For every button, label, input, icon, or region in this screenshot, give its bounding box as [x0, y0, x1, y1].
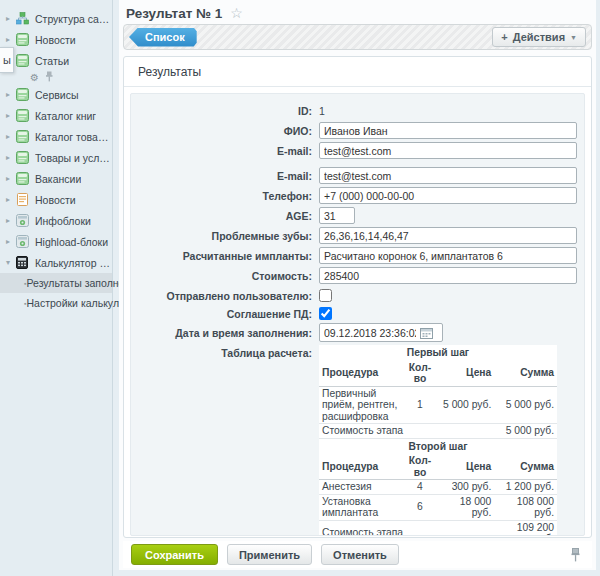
datetime-input[interactable] — [320, 325, 420, 340]
table-row: Анестезия4300 руб.1 200 руб. — [319, 480, 557, 495]
triangle-collapsed-icon[interactable]: ▸ — [6, 237, 16, 246]
field-label-cost: Стоимость: — [131, 270, 319, 282]
sidebar-item-label: Вакансии — [35, 173, 81, 185]
gear-icon[interactable]: ⚙ — [30, 72, 39, 83]
field-label-email1: E-mail: — [131, 145, 319, 157]
cost-input[interactable] — [319, 267, 577, 284]
datetime-field — [319, 323, 443, 342]
problem-teeth-input[interactable] — [319, 227, 577, 244]
sidebar-flyout-text: ы — [3, 54, 11, 66]
triangle-collapsed-icon[interactable]: ▸ — [6, 111, 16, 120]
chevron-down-icon: ▼ — [570, 34, 577, 41]
save-button[interactable]: Сохранить — [131, 544, 218, 565]
page-title: Результат № 1 — [126, 6, 222, 21]
form-body: ID: 1 ФИО: E-mail: E-mail: Телефон: AGE: — [130, 93, 585, 536]
sidebar-item-11[interactable]: ▾Калькулятор импантатов — [0, 252, 112, 273]
triangle-collapsed-icon[interactable]: ▸ — [6, 90, 16, 99]
field-label-implants: Расчитанные импланты: — [131, 250, 319, 262]
sidebar-item-0[interactable]: ▸Структура сайта — [0, 8, 112, 29]
calendar-icon[interactable] — [420, 327, 433, 339]
triangle-collapsed-icon[interactable]: ▸ — [6, 35, 16, 44]
sidebar-item-label: Статьи — [35, 55, 69, 67]
sidebar-item-label: Каталог книг — [35, 110, 96, 122]
infoblock-icon — [16, 151, 31, 164]
field-label-teeth: Проблемные зубы: — [131, 230, 319, 242]
triangle-collapsed-icon[interactable]: ▸ — [6, 174, 16, 183]
infoblock-icon — [16, 33, 31, 46]
triangle-collapsed-icon[interactable]: ▸ — [6, 216, 16, 225]
actions-label: Действия — [513, 31, 565, 43]
table-row: Установка имплантата618 000 руб.108 000 … — [319, 494, 557, 520]
field-label-age: AGE: — [131, 210, 319, 222]
triangle-collapsed-icon[interactable]: ▸ — [6, 195, 16, 204]
main-area: Результат № 1 ☆ Список + Действия ▼ Резу… — [119, 0, 596, 570]
step-title-row: Первый шаг — [319, 345, 557, 361]
actions-dropdown-button[interactable]: + Действия ▼ — [492, 27, 586, 47]
step-total-row: Стоимость этапа5 000 руб. — [319, 424, 557, 439]
fio-input[interactable] — [319, 122, 577, 139]
table-row: Первичный приём, рентген, расшифровка15 … — [319, 386, 557, 424]
field-label-fio: ФИО: — [131, 125, 319, 137]
sidebar-item-6[interactable]: ▸Товары и услуги — [0, 147, 112, 168]
triangle-collapsed-icon[interactable]: ▸ — [6, 132, 16, 141]
field-label-sent: Отправлено пользователю: — [131, 290, 319, 302]
field-label-datetime: Дата и время заполнения: — [131, 327, 319, 339]
pd-agreement-checkbox[interactable] — [319, 307, 332, 320]
sidebar-item-3[interactable]: ▸Сервисы — [0, 84, 112, 105]
field-label-phone: Телефон: — [131, 190, 319, 202]
implants-input[interactable] — [319, 247, 577, 264]
sidebar-item-5[interactable]: ▸Каталог товаров 1С — [0, 126, 112, 147]
infoblock-icon — [16, 54, 31, 67]
form-panel: Результаты ID: 1 ФИО: E-mail: E-mail: Те… — [123, 56, 592, 538]
sidebar-item-7[interactable]: ▸Вакансии — [0, 168, 112, 189]
pin-small-icon[interactable] — [46, 71, 53, 84]
triangle-collapsed-icon[interactable]: ▸ — [6, 153, 16, 162]
cancel-button[interactable]: Отменить — [321, 544, 399, 565]
sidebar-item-label: Калькулятор импантатов — [35, 257, 112, 269]
field-label-calc-table: Таблица расчета: — [131, 345, 319, 359]
field-value-id: 1 — [319, 105, 325, 117]
step-title-row: Второй шаг — [319, 438, 557, 454]
email1-input[interactable] — [319, 142, 577, 159]
sitemap-icon — [16, 12, 31, 25]
plus-icon: + — [501, 31, 507, 43]
favorite-star-icon[interactable]: ☆ — [230, 5, 243, 21]
sidebar-menu: ▸Структура сайта▸Новости▸Статьи⚙▸Сервисы… — [0, 8, 112, 313]
sidebar-item-tools: ⚙ — [0, 71, 112, 84]
sidebar-subitem-11-0[interactable]: ▪Результаты заполнения — [0, 273, 112, 293]
sidebar-item-label: Товары и услуги — [35, 152, 112, 164]
email2-input[interactable] — [319, 167, 577, 184]
sidebar-item-9[interactable]: ▸Инфоблоки — [0, 210, 112, 231]
back-to-list-button[interactable]: Список — [129, 28, 197, 47]
sidebar-flyout: ы — [0, 47, 14, 73]
sidebar-item-label: Каталог товаров 1С — [35, 131, 112, 143]
calculator-icon — [16, 256, 31, 269]
sidebar-item-label: Структура сайта — [35, 13, 112, 25]
toolbar: Список + Действия ▼ — [123, 24, 592, 50]
sidebar-subitem-11-1[interactable]: ▪Настройки калькулятора — [0, 293, 112, 313]
field-label-agreement: Соглашение ПД: — [131, 308, 319, 320]
triangle-collapsed-icon[interactable]: ▸ — [6, 14, 16, 23]
age-input[interactable] — [319, 207, 355, 224]
sidebar-item-1[interactable]: ▸Новости — [0, 29, 112, 50]
calculation-table: Первый шагПроцедураКол-воЦенаСуммаПервич… — [319, 345, 557, 536]
sidebar-item-8[interactable]: ▸Новости — [0, 189, 112, 210]
infoblock-icon — [16, 88, 31, 101]
sidebar-item-label: Новости — [35, 34, 76, 46]
pin-icon[interactable] — [571, 548, 580, 564]
settings-block-icon — [16, 235, 31, 248]
sidebar-item-4[interactable]: ▸Каталог книг — [0, 105, 112, 126]
infoblock-icon — [16, 172, 31, 185]
sent-to-user-checkbox[interactable] — [319, 289, 332, 302]
tab-results[interactable]: Результаты — [124, 57, 591, 87]
triangle-expanded-icon[interactable]: ▾ — [6, 258, 16, 267]
phone-input[interactable] — [319, 187, 577, 204]
sidebar-item-label: Инфоблоки — [35, 215, 91, 227]
sidebar-item-10[interactable]: ▸Highload-блоки — [0, 231, 112, 252]
field-label-email2: E-mail: — [131, 170, 319, 182]
table-header-row: ПроцедураКол-воЦенаСумма — [319, 361, 557, 387]
apply-button[interactable]: Применить — [227, 544, 312, 565]
step-total-row: Стоимость этапа109 200 руб. — [319, 520, 557, 536]
sidebar-item-2[interactable]: ▸Статьи — [0, 50, 112, 71]
sidebar-item-label: Сервисы — [35, 89, 79, 101]
